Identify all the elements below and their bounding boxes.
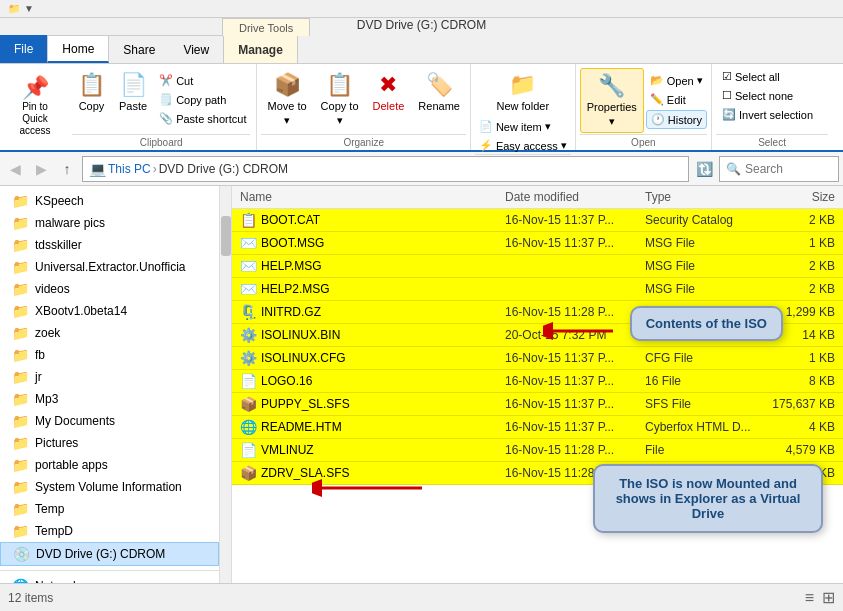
tab-home[interactable]: Home bbox=[47, 35, 109, 63]
file-icon: 📦 bbox=[240, 465, 257, 481]
sidebar-item-network[interactable]: 🌐 Network bbox=[0, 575, 219, 583]
invert-selection-button[interactable]: 🔄 Invert selection bbox=[716, 106, 828, 123]
delete-button[interactable]: ✖ Delete bbox=[367, 68, 411, 116]
tab-manage[interactable]: Manage bbox=[223, 35, 298, 63]
sidebar-item-dvd[interactable]: 💿 DVD Drive (G:) CDROM bbox=[0, 542, 219, 566]
paste-icon: 📄 bbox=[120, 72, 147, 98]
select-group: ☑ Select all ☐ Select none 🔄 Invert sele… bbox=[712, 64, 832, 150]
file-date: 16-Nov-15 11:37 P... bbox=[505, 397, 645, 411]
file-icon: ✉️ bbox=[240, 258, 257, 274]
easy-access-button[interactable]: ⚡ Easy access ▾ bbox=[475, 137, 571, 154]
new-item-button[interactable]: 📄 New item ▾ bbox=[475, 118, 571, 135]
edit-button[interactable]: ✏️ Edit bbox=[646, 91, 707, 108]
cut-button[interactable]: ✂️ Cut bbox=[155, 72, 250, 89]
paste-shortcut-button[interactable]: 📎 Paste shortcut bbox=[155, 110, 250, 127]
breadcrumb-sep: › bbox=[153, 162, 157, 176]
invert-icon: 🔄 bbox=[722, 108, 736, 121]
sidebar-item-xbootv[interactable]: 📁 XBootv1.0beta14 bbox=[0, 300, 219, 322]
sidebar-item-sysvolinfo[interactable]: 📁 System Volume Information bbox=[0, 476, 219, 498]
organize-group: 📦 Move to▾ 📋 Copy to▾ ✖ Delete 🏷️ Rename… bbox=[257, 64, 470, 150]
properties-button[interactable]: 🔧 Properties▾ bbox=[580, 68, 644, 133]
file-icon: 🌐 bbox=[240, 419, 257, 435]
search-input[interactable] bbox=[745, 162, 825, 176]
col-date-header[interactable]: Date modified bbox=[505, 190, 645, 204]
sidebar-item-mp3[interactable]: 📁 Mp3 bbox=[0, 388, 219, 410]
col-type-header[interactable]: Type bbox=[645, 190, 765, 204]
file-date: 16-Nov-15 11:37 P... bbox=[505, 374, 645, 388]
pin-icon: 📌 bbox=[22, 77, 49, 99]
file-size: 175,637 KB bbox=[765, 397, 835, 411]
delete-icon: ✖ bbox=[379, 72, 397, 98]
history-icon: 🕐 bbox=[651, 113, 665, 126]
sidebar-item-portable[interactable]: 📁 portable apps bbox=[0, 454, 219, 476]
sidebar-item-temp[interactable]: 📁 Temp bbox=[0, 498, 219, 520]
file-type: MSG File bbox=[645, 236, 765, 250]
copy-to-button[interactable]: 📋 Copy to▾ bbox=[315, 68, 365, 131]
sidebar-item-pictures[interactable]: 📁 Pictures bbox=[0, 432, 219, 454]
back-button[interactable]: ◀ bbox=[4, 158, 26, 180]
rename-icon: 🏷️ bbox=[426, 72, 453, 98]
sidebar-scrollbar[interactable] bbox=[220, 186, 232, 583]
select-none-button[interactable]: ☐ Select none bbox=[716, 87, 828, 104]
new-folder-button[interactable]: 📁 New folder bbox=[475, 68, 571, 116]
folder-icon: 📁 bbox=[12, 347, 29, 363]
tab-share[interactable]: Share bbox=[109, 35, 169, 63]
table-row[interactable]: ✉️ HELP2.MSG MSG File 2 KB bbox=[232, 278, 843, 301]
open-button[interactable]: 📂 Open ▾ bbox=[646, 72, 707, 89]
select-all-button[interactable]: ☑ Select all bbox=[716, 68, 828, 85]
table-row[interactable]: ✉️ HELP.MSG MSG File 2 KB bbox=[232, 255, 843, 278]
table-row[interactable]: 📋 BOOT.CAT 16-Nov-15 11:37 P... Security… bbox=[232, 209, 843, 232]
table-row[interactable]: 📄 VMLINUZ 16-Nov-15 11:28 P... File 4,57… bbox=[232, 439, 843, 462]
view-large-button[interactable]: ⊞ bbox=[822, 588, 835, 607]
sidebar-item-mydocs[interactable]: 📁 My Documents bbox=[0, 410, 219, 432]
sidebar-item-tempd[interactable]: 📁 TempD bbox=[0, 520, 219, 542]
file-name: 📄 VMLINUZ bbox=[240, 442, 505, 458]
view-list-button[interactable]: ≡ bbox=[805, 589, 814, 607]
sidebar-item-fb[interactable]: 📁 fb bbox=[0, 344, 219, 366]
copy-path-button[interactable]: 🗒️ Copy path bbox=[155, 91, 250, 108]
pin-quick-access-group: 📌 Pin to Quick access bbox=[4, 64, 66, 150]
paste-button[interactable]: 📄 Paste bbox=[113, 68, 153, 116]
forward-button[interactable]: ▶ bbox=[30, 158, 52, 180]
address-breadcrumb[interactable]: 💻 This PC › DVD Drive (G:) CDROM bbox=[82, 156, 689, 182]
sidebar-item-zoek[interactable]: 📁 zoek bbox=[0, 322, 219, 344]
move-to-button[interactable]: 📦 Move to▾ bbox=[261, 68, 312, 131]
sidebar-item-malware[interactable]: 📁 malware pics bbox=[0, 212, 219, 234]
copy-icon: 📋 bbox=[78, 72, 105, 98]
file-type: 16 File bbox=[645, 374, 765, 388]
history-button[interactable]: 🕐 History bbox=[646, 110, 707, 129]
breadcrumb-thispc[interactable]: This PC bbox=[108, 162, 151, 176]
search-box[interactable]: 🔍 bbox=[719, 156, 839, 182]
file-size: 4 KB bbox=[765, 420, 835, 434]
computer-icon: 💻 bbox=[89, 161, 106, 177]
pin-quick-access-button[interactable]: 📌 Pin to Quick access bbox=[8, 73, 62, 141]
refresh-button[interactable]: 🔃 bbox=[693, 158, 715, 180]
copy-to-icon: 📋 bbox=[326, 72, 353, 98]
file-name: 📦 PUPPY_SL.SFS bbox=[240, 396, 505, 412]
table-row[interactable]: 📦 PUPPY_SL.SFS 16-Nov-15 11:37 P... SFS … bbox=[232, 393, 843, 416]
arrow-mounted bbox=[312, 473, 432, 503]
sidebar-item-universal[interactable]: 📁 Universal.Extractor.Unofficia bbox=[0, 256, 219, 278]
table-row[interactable]: 📄 LOGO.16 16-Nov-15 11:37 P... 16 File 8… bbox=[232, 370, 843, 393]
breadcrumb-dvd[interactable]: DVD Drive (G:) CDROM bbox=[159, 162, 288, 176]
table-row[interactable]: ✉️ BOOT.MSG 16-Nov-15 11:37 P... MSG Fil… bbox=[232, 232, 843, 255]
sidebar-item-kspeech[interactable]: 📁 KSpeech bbox=[0, 190, 219, 212]
table-row[interactable]: 🌐 README.HTM 16-Nov-15 11:37 P... Cyberf… bbox=[232, 416, 843, 439]
file-size: 2 KB bbox=[765, 282, 835, 296]
folder-icon: 📁 bbox=[12, 391, 29, 407]
col-size-header[interactable]: Size bbox=[765, 190, 835, 204]
table-row[interactable]: ⚙️ ISOLINUX.CFG 16-Nov-15 11:37 P... CFG… bbox=[232, 347, 843, 370]
sidebar-item-jr[interactable]: 📁 jr bbox=[0, 366, 219, 388]
sidebar-item-tdsskiller[interactable]: 📁 tdsskiller bbox=[0, 234, 219, 256]
file-name: ⚙️ ISOLINUX.CFG bbox=[240, 350, 505, 366]
col-name-header[interactable]: Name bbox=[240, 190, 505, 204]
sidebar-item-videos[interactable]: 📁 videos bbox=[0, 278, 219, 300]
tab-view[interactable]: View bbox=[169, 35, 223, 63]
copy-button[interactable]: 📋 Copy bbox=[72, 68, 111, 116]
rename-button[interactable]: 🏷️ Rename bbox=[412, 68, 466, 116]
address-bar: ◀ ▶ ↑ 💻 This PC › DVD Drive (G:) CDROM 🔃… bbox=[0, 152, 843, 186]
file-name: ✉️ HELP.MSG bbox=[240, 258, 505, 274]
tab-file[interactable]: File bbox=[0, 35, 47, 63]
up-button[interactable]: ↑ bbox=[56, 158, 78, 180]
file-icon: 📄 bbox=[240, 373, 257, 389]
